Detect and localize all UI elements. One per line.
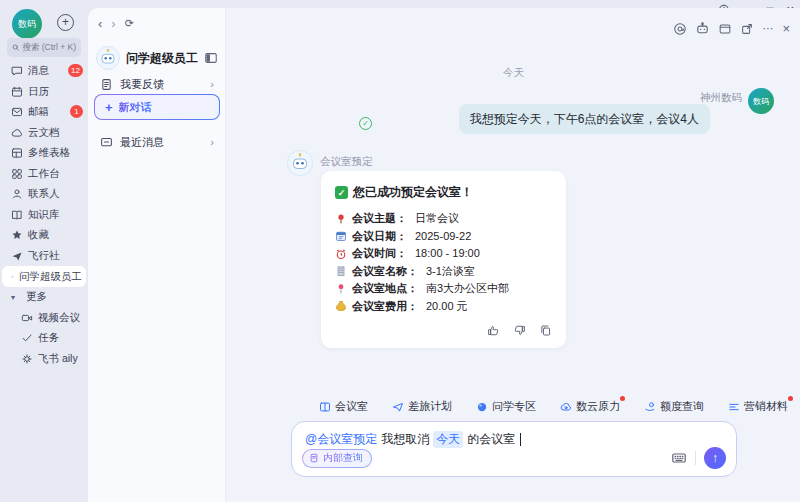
back-button[interactable]: ‹ bbox=[98, 16, 102, 31]
sidebar-item-label: 飞行社 bbox=[28, 249, 60, 263]
sidebar-item-cloud-docs[interactable]: 云文档 bbox=[0, 123, 88, 144]
sidebar-item-wenxue-agent[interactable]: 问学超级员工 bbox=[2, 266, 86, 287]
user-avatar[interactable]: 数码 bbox=[12, 9, 42, 39]
chat-icon bbox=[11, 65, 23, 77]
add-button[interactable]: + bbox=[57, 14, 74, 31]
card-row-fee: 会议室费用： 20.00 元 bbox=[335, 298, 552, 316]
close-chat-icon[interactable]: × bbox=[782, 21, 790, 36]
calendar-icon bbox=[11, 86, 23, 98]
sidebar-item-messages[interactable]: 消息 12 bbox=[0, 61, 88, 82]
skill-toolbar: 会议室 差旅计划 问学专区 数云原力 额度查询 营销材料 bbox=[319, 399, 800, 414]
sidebar-item-label: 知识库 bbox=[28, 208, 60, 222]
doc-icon bbox=[309, 453, 319, 463]
sidebar-item-label: 工作台 bbox=[28, 167, 60, 181]
cloud-doc-icon bbox=[11, 127, 23, 139]
chevron-right-icon: › bbox=[210, 78, 214, 90]
robot-icon[interactable] bbox=[695, 21, 710, 36]
send-button[interactable]: ↑ bbox=[704, 447, 726, 469]
refresh-button[interactable]: ⟳ bbox=[125, 17, 134, 30]
plus-icon: + bbox=[105, 100, 113, 115]
book-panes-icon bbox=[319, 401, 331, 413]
sidebar-item-label: 收藏 bbox=[28, 228, 49, 242]
sidebar-item-label: 云文档 bbox=[28, 126, 60, 140]
agent-header: 问学超级员工 bbox=[96, 46, 218, 70]
internal-query-pill[interactable]: 内部查询 bbox=[302, 449, 372, 468]
internal-query-label: 内部查询 bbox=[323, 451, 363, 465]
sidebar-item-contacts[interactable]: 联系人 bbox=[0, 184, 88, 205]
card-row-topic: 会议主题： 日常会议 bbox=[335, 210, 552, 228]
sidebar-item-favorites[interactable]: 收藏 bbox=[0, 225, 88, 246]
thumbs-up-icon[interactable] bbox=[487, 324, 500, 337]
chip-marketing-materials[interactable]: 营销材料 bbox=[728, 399, 788, 414]
sidebar-item-mail[interactable]: 邮箱 1 bbox=[0, 102, 88, 123]
sidebar-item-feishu-aily[interactable]: 飞书 aily bbox=[0, 349, 88, 370]
open-in-new-icon[interactable] bbox=[740, 22, 754, 36]
keyboard-icon[interactable] bbox=[671, 450, 687, 466]
mention-chip[interactable]: @会议室预定 bbox=[305, 431, 377, 448]
workbench-icon bbox=[11, 168, 23, 180]
text-cursor bbox=[520, 433, 521, 446]
person-icon bbox=[11, 188, 23, 200]
alarm-clock-icon bbox=[335, 248, 347, 260]
new-chat-button[interactable]: + 新对话 bbox=[94, 94, 220, 120]
sidebar-item-tasks[interactable]: 任务 bbox=[0, 328, 88, 349]
search-icon bbox=[12, 43, 19, 52]
sidebar-item-label: 日历 bbox=[28, 85, 49, 99]
paper-plane-icon bbox=[11, 250, 23, 262]
chip-quota-query[interactable]: 额度查询 bbox=[644, 399, 704, 414]
recent-messages-entry[interactable]: 最近消息 › bbox=[94, 130, 220, 154]
at-circle-icon[interactable] bbox=[673, 22, 687, 36]
card-row-room: 会议室名称： 3-1洽谈室 bbox=[335, 263, 552, 281]
card-row-date: 会议日期： 2025-09-22 bbox=[335, 228, 552, 246]
chip-travel-plan[interactable]: 差旅计划 bbox=[392, 399, 452, 414]
sidebar-item-base[interactable]: 多维表格 bbox=[0, 143, 88, 164]
sphere-icon bbox=[476, 401, 488, 413]
read-receipt-icon: ✓ bbox=[359, 117, 372, 130]
chevron-down-icon: ▾ bbox=[11, 293, 21, 302]
list-icon bbox=[728, 401, 740, 413]
thumbs-down-icon[interactable] bbox=[513, 324, 526, 337]
sidebar-item-label: 飞书 aily bbox=[38, 352, 78, 366]
copy-icon[interactable] bbox=[539, 324, 552, 337]
chip-shuyun-force[interactable]: 数云原力 bbox=[560, 399, 620, 414]
forward-button[interactable]: › bbox=[111, 16, 115, 31]
sidebar-item-feixingshe[interactable]: 飞行社 bbox=[0, 246, 88, 267]
sidebar-item-wiki[interactable]: 知识库 bbox=[0, 205, 88, 226]
sidebar-item-label: 多维表格 bbox=[28, 146, 70, 160]
feedback-entry[interactable]: 我要反馈 › bbox=[94, 72, 220, 96]
notification-dot bbox=[620, 396, 625, 401]
star-icon bbox=[11, 229, 23, 241]
bot-avatar[interactable] bbox=[287, 150, 313, 176]
sidebar-item-label: 任务 bbox=[38, 331, 59, 345]
message-icon bbox=[100, 136, 113, 149]
card-actions bbox=[335, 324, 552, 340]
sidebar-menu: 消息 12 日历 邮箱 1 云文档 多维表格 工作台 联系人 bbox=[0, 61, 88, 369]
aily-gear-icon bbox=[21, 353, 33, 365]
search-input[interactable]: 搜索 (Ctrl + K) bbox=[7, 38, 81, 57]
sidebar-item-label: 联系人 bbox=[28, 187, 60, 201]
chip-meeting-room[interactable]: 会议室 bbox=[319, 399, 368, 414]
notification-dot bbox=[788, 396, 793, 401]
chip-wenxue-zone[interactable]: 问学专区 bbox=[476, 399, 536, 414]
card-title-text: 您已成功预定会议室！ bbox=[353, 184, 473, 201]
doc-icon bbox=[100, 78, 113, 91]
card-row-time: 会议时间： 18:00 - 19:00 bbox=[335, 245, 552, 263]
chat-area: ⋯ × 今天 神州数码 数码 我想预定今天，下午6点的会议室，会议4人 ✓ 会议… bbox=[227, 8, 800, 502]
agent-title: 问学超级员工 bbox=[126, 50, 198, 67]
grid-table-icon bbox=[11, 147, 23, 159]
sidebar-item-workplace[interactable]: 工作台 bbox=[0, 164, 88, 185]
user-message-bubble[interactable]: 我想预定今天，下午6点的会议室，会议4人 bbox=[459, 104, 710, 134]
app-sidebar: 数码 + 搜索 (Ctrl + K) 消息 12 日历 邮箱 1 云文档 多维表… bbox=[0, 0, 88, 502]
collapse-panel-icon[interactable] bbox=[204, 51, 218, 65]
divider bbox=[695, 451, 696, 465]
avatar[interactable]: 数码 bbox=[748, 88, 774, 114]
more-actions-icon[interactable]: ⋯ bbox=[762, 22, 774, 35]
date-chip[interactable]: 今天 bbox=[433, 431, 463, 448]
robot-avatar-icon bbox=[11, 270, 14, 284]
sidebar-more-toggle[interactable]: ▾ 更多 bbox=[0, 287, 88, 308]
window-icon[interactable] bbox=[718, 22, 732, 36]
message-composer[interactable]: @会议室预定 我想取消 今天 的会议室 内部查询 ↑ bbox=[291, 421, 737, 477]
sidebar-item-video-meeting[interactable]: 视频会议 bbox=[0, 308, 88, 329]
feedback-label: 我要反馈 bbox=[120, 77, 164, 92]
sidebar-item-calendar[interactable]: 日历 bbox=[0, 82, 88, 103]
